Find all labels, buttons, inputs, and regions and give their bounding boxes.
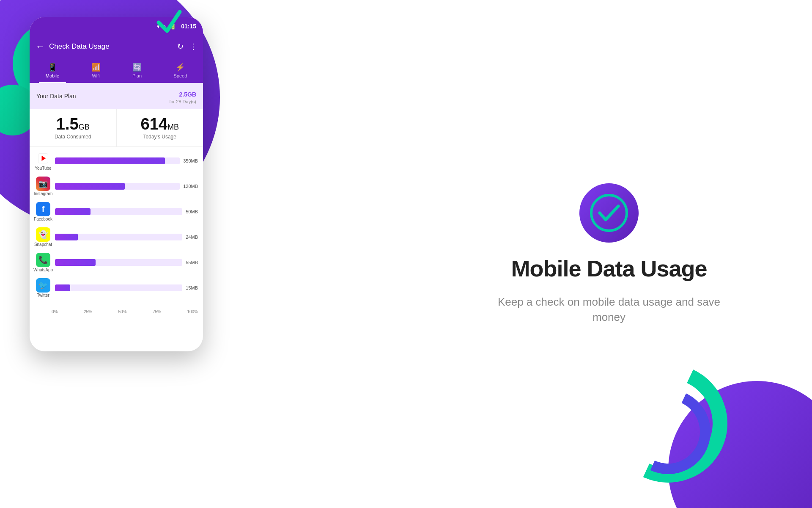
more-icon[interactable]: ⋮ xyxy=(189,42,197,51)
app-icon-col: 📞 WhatsApp xyxy=(35,253,52,272)
bar-fill xyxy=(55,259,96,266)
list-item: YouTube 350MB xyxy=(35,151,198,171)
bar-fill xyxy=(55,208,91,215)
whatsapp-icon: 📞 xyxy=(36,253,50,267)
logo-inner-circle xyxy=(590,194,628,232)
list-item: 🐦 Twitter 15MB xyxy=(35,278,198,298)
refresh-icon[interactable]: ↻ xyxy=(177,42,184,51)
data-plan-unit: GB xyxy=(187,91,196,98)
bar-col xyxy=(55,208,182,215)
bar-fill xyxy=(55,183,125,190)
app-usage-list: YouTube 350MB 📷 Instagram 120MB f Facebo… xyxy=(30,147,203,308)
stats-row: 1.5GB Data Consumed 614MB Today's Usage xyxy=(30,109,203,147)
data-plan-value: 2.5GB for 28 Day(s) xyxy=(169,88,196,104)
app-name-label: YouTube xyxy=(35,166,51,171)
bar-col xyxy=(55,183,180,190)
bar-wrapper xyxy=(55,284,182,291)
data-plan-section: Your Data Plan 2.5GB for 28 Day(s) xyxy=(30,83,203,109)
consumed-label: Data Consumed xyxy=(36,134,110,140)
app-icon-col: YouTube xyxy=(35,151,52,171)
list-item: 📞 WhatsApp 55MB xyxy=(35,253,198,272)
bar-col xyxy=(55,284,182,291)
bar-wrapper xyxy=(55,183,180,190)
phone-mockup: ▾ ▲ 🔋 01:15 ← Check Data Usage ↻ ⋮ 📱 Mob… xyxy=(30,17,203,351)
facebook-icon: f xyxy=(36,202,50,216)
x-axis-label: 75% xyxy=(153,309,161,314)
speed-tab-label: Speed xyxy=(173,73,187,78)
x-axis-label: 50% xyxy=(118,309,126,314)
header-actions: ↻ ⋮ xyxy=(177,42,197,51)
consumed-value: 1.5GB xyxy=(36,116,110,132)
tab-mobile[interactable]: 📱 Mobile xyxy=(39,60,66,83)
bar-value: 120MB xyxy=(183,184,198,189)
bar-value: 350MB xyxy=(183,158,198,163)
bar-value: 15MB xyxy=(186,285,198,290)
tab-speed[interactable]: ⚡ Speed xyxy=(167,60,194,83)
bar-col xyxy=(55,157,180,164)
twitter-icon: 🐦 xyxy=(36,278,50,293)
wifi-tab-label: Wifi xyxy=(92,73,99,78)
app-logo xyxy=(579,183,639,243)
mobile-tab-label: Mobile xyxy=(46,73,59,78)
wifi-tab-icon: 📶 xyxy=(91,63,101,72)
app-icon-col: 👻 Snapchat xyxy=(35,227,52,247)
tab-plan[interactable]: 🔄 Plan xyxy=(126,60,148,83)
data-plan-gb: 2.5GB xyxy=(169,88,196,99)
snapchat-icon: 👻 xyxy=(36,227,50,242)
data-plan-number: 2.5 xyxy=(179,91,187,98)
app-subtitle: Keep a check on mobile data usage and sa… xyxy=(486,294,732,325)
youtube-icon xyxy=(36,151,50,166)
tab-wifi[interactable]: 📶 Wifi xyxy=(85,60,107,83)
bar-wrapper xyxy=(55,208,182,215)
phone-container: ▾ ▲ 🔋 01:15 ← Check Data Usage ↻ ⋮ 📱 Mob… xyxy=(30,17,207,364)
app-name-label: WhatsApp xyxy=(33,268,53,272)
app-title: Mobile Data Usage xyxy=(511,255,707,282)
plan-tab-label: Plan xyxy=(132,73,142,78)
data-plan-label: Your Data Plan xyxy=(36,93,76,99)
back-button[interactable]: ← xyxy=(36,41,45,52)
data-plan-days: for 28 Day(s) xyxy=(169,99,196,104)
app-name-label: Snapchat xyxy=(34,242,52,247)
bar-wrapper xyxy=(55,234,182,240)
logo-checkmark-svg xyxy=(596,200,622,226)
speed-tab-icon: ⚡ xyxy=(176,63,185,72)
app-name-label: Instagram xyxy=(34,191,52,196)
bar-fill xyxy=(55,234,78,240)
stat-consumed: 1.5GB Data Consumed xyxy=(30,109,117,146)
today-value: 614MB xyxy=(123,116,197,132)
status-time: 01:15 xyxy=(181,23,196,30)
x-axis-label: 0% xyxy=(52,309,58,314)
bar-col xyxy=(55,259,182,266)
list-item: 👻 Snapchat 24MB xyxy=(35,227,198,247)
mobile-tab-icon: 📱 xyxy=(48,63,57,72)
plan-tab-icon: 🔄 xyxy=(132,63,142,72)
right-panel: Mobile Data Usage Keep a check on mobile… xyxy=(406,0,812,508)
bar-value: 24MB xyxy=(186,235,198,240)
x-axis: 0%25%50%75%100% xyxy=(30,308,203,316)
header-title: Check Data Usage xyxy=(49,42,177,51)
bar-col xyxy=(55,234,182,240)
bg-checkmark xyxy=(156,8,182,39)
list-item: f Facebook 50MB xyxy=(35,202,198,221)
app-name-label: Twitter xyxy=(37,293,49,298)
stat-today: 614MB Today's Usage xyxy=(117,109,203,146)
x-axis-label: 25% xyxy=(84,309,92,314)
bar-wrapper xyxy=(55,157,180,164)
app-name-label: Facebook xyxy=(34,217,52,221)
nav-tabs: 📱 Mobile 📶 Wifi 🔄 Plan ⚡ Speed xyxy=(30,58,203,83)
bar-fill xyxy=(55,157,165,164)
bar-fill xyxy=(55,284,70,291)
x-axis-label: 100% xyxy=(187,309,198,314)
bar-wrapper xyxy=(55,259,182,266)
list-item: 📷 Instagram 120MB xyxy=(35,177,198,196)
app-icon-col: 🐦 Twitter xyxy=(35,278,52,298)
app-icon-col: f Facebook xyxy=(35,202,52,221)
app-icon-col: 📷 Instagram xyxy=(35,177,52,196)
instagram-icon: 📷 xyxy=(36,177,50,191)
today-label: Today's Usage xyxy=(123,134,197,140)
bar-value: 50MB xyxy=(186,209,198,214)
bar-value: 55MB xyxy=(186,260,198,265)
